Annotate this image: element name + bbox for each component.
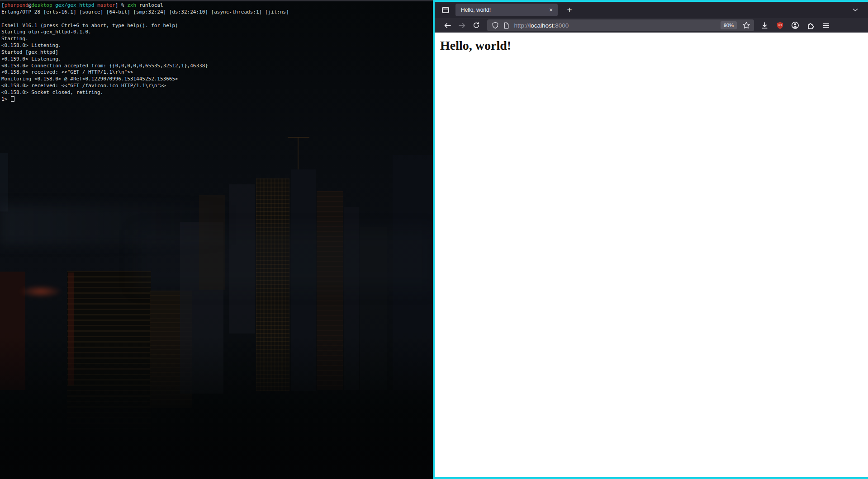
terminal-line: <0.158.0> received: <<"GET / HTTP/1.1\r\… — [1, 69, 289, 76]
terminal-line: <0.159.0> Listening. — [1, 56, 289, 63]
navigation-toolbar: http://localhost:8000 90% uO — [435, 18, 868, 33]
hamburger-icon — [822, 22, 830, 29]
skyline-building — [0, 153, 8, 211]
terminal-line: 1> — [1, 96, 289, 103]
page-heading: Hello, world! — [435, 33, 868, 53]
reload-button[interactable] — [470, 19, 483, 32]
tab-strip: Hello, world! × + — [435, 2, 868, 18]
terminal-cursor — [11, 96, 14, 102]
ublock-label: uO — [778, 23, 782, 27]
chevron-down-icon — [852, 6, 859, 14]
ublock-origin-icon: uO — [776, 22, 784, 29]
skyline-crane — [288, 137, 309, 138]
terminal-line: Monitoring <0.158.0> @ #Ref<0.1229070996… — [1, 76, 289, 83]
firefox-view-icon — [441, 6, 450, 14]
new-tab-button[interactable]: + — [563, 4, 576, 16]
zoom-level-badge[interactable]: 90% — [721, 21, 737, 29]
toolbar-button-group: uO — [760, 20, 830, 31]
url-host: localhost — [529, 22, 553, 29]
terminal-line: Started [gex_httpd] — [1, 49, 289, 56]
firefox-view-button[interactable] — [439, 4, 452, 16]
terminal-line: Eshell V16.1 (press Ctrl+G to abort, typ… — [1, 23, 289, 29]
forward-icon — [458, 22, 466, 29]
url-scheme: http:// — [514, 22, 529, 29]
terminal-output: [pharpend@desktop gex/gex_httpd master] … — [1, 2, 289, 103]
download-icon — [761, 22, 768, 29]
menu-button[interactable] — [822, 20, 830, 31]
tab-title: Hello, world! — [461, 7, 546, 13]
terminal-line: Erlang/OTP 28 [erts-16.1] [source] [64-b… — [1, 9, 289, 16]
skyline-fog — [136, 230, 433, 288]
extensions-button[interactable] — [806, 20, 815, 31]
star-icon — [742, 21, 750, 29]
skyline-fade — [0, 336, 433, 479]
forward-button[interactable] — [455, 19, 468, 32]
tracking-protection-icon[interactable] — [492, 22, 499, 29]
terminal-line: [pharpend@desktop gex/gex_httpd master] … — [1, 2, 289, 9]
back-icon — [444, 22, 451, 29]
terminal-line: <0.158.0> Listening. — [1, 42, 289, 49]
account-button[interactable] — [791, 20, 799, 31]
extensions-puzzle-icon — [807, 22, 815, 29]
terminal-line: <0.158.0> Connection accepted from: {{0,… — [1, 63, 289, 70]
terminal-line: Starting. — [1, 36, 289, 42]
firefox-window: Hello, world! × + — [433, 0, 868, 479]
skyline-glow — [19, 285, 62, 298]
reload-icon — [473, 22, 480, 29]
back-button[interactable] — [441, 19, 454, 32]
terminal-line — [1, 16, 289, 23]
page-content: Hello, world! — [435, 33, 868, 477]
url-bar[interactable]: http://localhost:8000 90% — [487, 19, 754, 31]
ublock-origin-button[interactable]: uO — [776, 20, 784, 31]
bookmark-star-button[interactable] — [741, 20, 752, 31]
downloads-button[interactable] — [760, 20, 768, 31]
terminal-line: <0.158.0> received: <<"GET /favicon.ico … — [1, 83, 289, 89]
account-icon — [791, 21, 799, 29]
terminal-line: Starting otpr-gex_httpd-0.1.0. — [1, 29, 289, 36]
url-text: http://localhost:8000 — [514, 22, 721, 29]
url-port: :8000 — [553, 22, 569, 29]
tab-hello-world[interactable]: Hello, world! × — [455, 4, 558, 16]
skyline-crane — [298, 137, 299, 169]
site-info-icon[interactable] — [503, 22, 510, 29]
list-all-tabs-button[interactable] — [849, 4, 862, 16]
terminal-window[interactable]: [pharpend@desktop gex/gex_httpd master] … — [0, 0, 433, 479]
tab-close-icon[interactable]: × — [546, 5, 555, 14]
terminal-line: <0.158.0> Socket closed, retiring. — [1, 89, 289, 96]
